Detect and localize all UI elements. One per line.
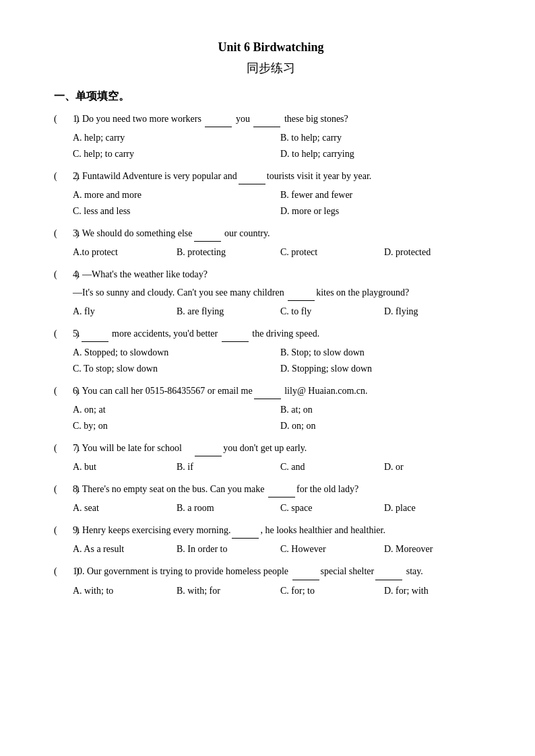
question-10: ( ) 10. Our government is trying to prov… <box>54 564 488 598</box>
q9-optD: D. Moreover <box>384 541 488 557</box>
q6-optA: A. on; at <box>73 402 280 418</box>
q6-optD: D. on; on <box>280 418 488 434</box>
q8-optB: B. a room <box>177 500 280 516</box>
q6-optB: B. at; on <box>280 402 488 418</box>
paren-3: ( ) <box>54 226 73 241</box>
question-2: ( ) 2. Funtawild Adventure is very popul… <box>54 169 488 219</box>
q2-optD: D. more or legs <box>280 203 488 219</box>
question-1: ( ) 1. Do you need two more workers you … <box>54 112 488 162</box>
q4-optD: D. flying <box>384 304 488 320</box>
q7-optA: A. but <box>73 459 177 475</box>
q5-text: 5. more accidents, you'd better the driv… <box>73 327 488 342</box>
q9-optB: B. In order to <box>177 541 280 557</box>
paren-8: ( ) <box>54 482 73 497</box>
q10-optC: C. for; to <box>280 583 384 599</box>
q10-optA: A. with; to <box>73 583 177 599</box>
q4-optC: C. to fly <box>280 304 384 320</box>
q7-optC: C. and <box>280 459 384 475</box>
question-6: ( ) 6. You can call her 0515-86435567 or… <box>54 384 488 434</box>
q3-text: 3. We should do something else our count… <box>73 226 488 242</box>
question-7: ( ) 7. You will be late for school you d… <box>54 441 488 475</box>
paren-2: ( ) <box>54 169 73 184</box>
paren-10: ( ) <box>54 564 73 579</box>
q7-optD: D. or <box>384 459 488 475</box>
q10-text: 10. Our government is trying to provide … <box>73 564 488 580</box>
q4-optB: B. are flying <box>177 304 280 320</box>
q2-optC: C. less and less <box>73 203 280 219</box>
q1-optD: D. to help; carrying <box>280 146 488 162</box>
q1-optC: C. help; to carry <box>73 146 280 162</box>
q8-text: 8. There's no empty seat on the bus. Can… <box>73 482 488 497</box>
paren-5: ( ) <box>54 327 73 341</box>
q8-optD: D. place <box>384 500 488 516</box>
question-4: ( ) 4. —What's the weather like today? —… <box>54 267 488 320</box>
q1-text: 1. Do you need two more workers you thes… <box>73 112 488 127</box>
q9-text: 9. Henry keeps exercising every morning.… <box>73 523 488 539</box>
q4-optA: A. fly <box>73 304 177 320</box>
paren-6: ( ) <box>54 384 73 399</box>
q4-text2: —It's so sunny and cloudy. Can't you see… <box>73 285 488 301</box>
section1-header: 一、单项填空。 <box>54 90 488 104</box>
question-5: ( ) 5. more accidents, you'd better the … <box>54 327 488 377</box>
q10-optD: D. for; with <box>384 583 488 599</box>
q5-optD: D. Stopping; slow down <box>280 361 488 377</box>
page-title: Unit 6 Birdwatching <box>54 40 488 55</box>
q6-text: 6. You can call her 0515-86435567 or ema… <box>73 384 488 399</box>
q3-optB: B. protecting <box>177 244 280 261</box>
q4-text1: 4. —What's the weather like today? <box>73 267 488 282</box>
page-subtitle: 同步练习 <box>54 60 488 76</box>
question-9: ( ) 9. Henry keeps exercising every morn… <box>54 523 488 557</box>
q5-optB: B. Stop; to slow down <box>280 345 488 361</box>
paren-4: ( ) <box>54 267 73 282</box>
q9-optC: C. However <box>280 541 384 557</box>
q2-optA: A. more and more <box>73 187 280 203</box>
q2-text: 2. Funtawild Adventure is very popular a… <box>73 169 488 184</box>
q8-optA: A. seat <box>73 500 177 516</box>
q10-optB: B. with; for <box>177 583 280 599</box>
question-8: ( ) 8. There's no empty seat on the bus.… <box>54 482 488 516</box>
paren-9: ( ) <box>54 523 73 538</box>
q1-optB: B. to help; carry <box>280 130 488 146</box>
q1-optA: A. help; carry <box>73 130 280 146</box>
q3-optD: D. protected <box>384 244 488 261</box>
paren-1: ( ) <box>54 112 73 127</box>
q3-optC: C. protect <box>280 244 384 261</box>
q2-optB: B. fewer and fewer <box>280 187 488 203</box>
q7-text: 7. You will be late for school you don't… <box>73 441 488 456</box>
paren-7: ( ) <box>54 441 73 456</box>
q3-optA: A.to protect <box>73 244 177 261</box>
q6-optC: C. by; on <box>73 418 280 434</box>
q9-optA: A. As a result <box>73 541 177 557</box>
q8-optC: C. space <box>280 500 384 516</box>
q5-optC: C. To stop; slow down <box>73 361 280 377</box>
question-3: ( ) 3. We should do something else our c… <box>54 226 488 261</box>
q7-optB: B. if <box>177 459 280 475</box>
q5-optA: A. Stopped; to slowdown <box>73 345 280 361</box>
